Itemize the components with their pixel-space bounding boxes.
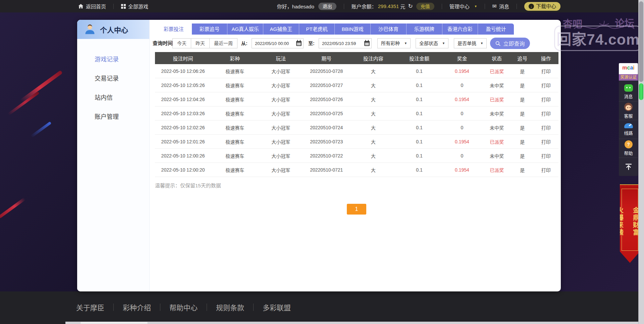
bet-amount: 0.1 [397,153,442,158]
sidebar-item-4[interactable]: 账户管理 [77,107,149,127]
tab-3[interactable]: AG真人娱乐 [227,24,263,35]
horizontal-scrollbar-track[interactable] [65,322,638,324]
print-link[interactable]: 打印 [533,152,558,159]
print-link[interactable]: 打印 [533,110,558,117]
bet-amount: 0.1 [397,125,442,130]
footer-link-4[interactable]: 规则条款 [216,302,244,312]
print-link[interactable]: 打印 [533,124,558,131]
horizontal-scrollbar-thumb[interactable] [80,322,148,324]
footer-links: 关于摩臣彩种介绍帮助中心规则条款多彩联盟 [76,302,300,312]
footer-link-5[interactable]: 多彩联盟 [263,302,291,312]
lottery-type: 极速赛车 [211,152,259,159]
quick-range-button-1[interactable]: 今天 [172,38,191,48]
print-link[interactable]: 打印 [533,167,558,173]
banner-body: 金鼎财富 火爆来袭 [620,187,640,263]
side-item-2[interactable]: 客服 [619,101,638,120]
home-label: 返回首页 [86,3,106,10]
vertical-scrollbar-thumb[interactable] [639,1,643,82]
quick-range-button-3[interactable]: 最近一周 [209,38,237,48]
search-button[interactable]: 立即查询 [490,38,530,49]
sidebar-item-1[interactable]: 游戏记录 [77,50,149,69]
scrollbar-green-indicator [639,83,643,100]
tab-10[interactable]: 盈亏统计 [478,24,514,35]
balance-unit: 元 [400,3,405,10]
calendar-icon[interactable] [296,41,302,46]
bet-time: 2022-05-10 12:05:26 [155,83,211,88]
search-icon [495,41,501,46]
footer-link-1[interactable]: 关于摩臣 [76,302,104,312]
logout-button[interactable]: 退出 [318,3,336,10]
lottery-type: 极速赛车 [211,96,259,103]
greeting-text: 你好，hadesado [277,3,314,10]
cert-badge[interactable]: 奖源认证 [619,74,638,81]
tab-2[interactable]: 彩票追号 [192,24,228,35]
column-header: 玩法 [259,55,303,62]
tab-9[interactable]: 香港六合彩 [442,24,478,35]
sidebar-header: 个人中心 [77,20,149,39]
footer-link-3[interactable]: 帮助中心 [169,302,198,312]
print-link[interactable]: 打印 [533,68,558,75]
bet-content: 大 [350,68,397,75]
promo-banner[interactable]: 金鼎财富 火爆来袭 [620,184,640,263]
tab-1[interactable]: 彩票投注 [156,24,192,35]
bet-amount: 0.1 [397,167,442,173]
side-panel-items: 消息客服线路帮助 [619,83,638,158]
filter-select-1[interactable]: 所有彩种▼ [377,38,411,48]
avatar [84,24,96,36]
back-to-top-button[interactable] [619,158,638,176]
side-item-3[interactable]: 线路 [619,120,638,139]
table-row: 2022-05-10 12:03:26极速赛车大小冠军20220510-0725… [155,106,558,121]
prize-value: 0.1954 [442,167,482,173]
prize-value: 0 [442,153,482,158]
lottery-type: 极速赛车 [211,138,259,145]
side-item-1[interactable]: 消息 [619,83,638,101]
recharge-button[interactable]: 充值 [416,3,434,10]
mcai-logo[interactable]: mcai [619,63,638,74]
side-item-label: 帮助 [624,150,633,156]
home-link[interactable]: 返回首页 [78,3,106,10]
chase-flag: 是 [511,138,533,145]
tab-4[interactable]: AG捕鱼王 [263,24,299,35]
calendar-icon[interactable] [364,41,370,46]
divider [160,304,160,311]
bet-amount: 0.1 [397,111,442,116]
tab-7[interactable]: 沙巴体育 [371,24,407,35]
side-item-4[interactable]: 帮助 [619,139,638,158]
sidebar-item-3[interactable]: 站内信 [77,88,149,107]
all-games-link[interactable]: 全部游戏 [121,3,148,10]
issue-number: 20220510-0724 [303,125,350,130]
divider [113,4,114,9]
prize-value: 0 [442,111,482,116]
quick-range-button-2[interactable]: 昨天 [191,38,210,48]
decor-streak [20,70,63,103]
date-to-field [319,38,372,48]
pagination-page-1[interactable]: 1 [347,204,366,215]
date-from-input[interactable] [252,39,303,48]
bet-records-table: 投注时间彩种玩法期号投注内容投注金额奖金状态追号操作 2022-05-10 12… [155,52,558,177]
messages-link[interactable]: ✉ 消息 [492,3,509,10]
table-row: 2022-05-10 12:02:26极速赛车大小冠军20220510-0724… [155,121,558,135]
chevron-down-icon: ▼ [404,39,407,48]
sidebar-item-2[interactable]: 交易记录 [77,69,149,88]
column-header: 操作 [533,55,558,62]
print-link[interactable]: 打印 [533,96,558,103]
filter-select-3[interactable]: 是否单挑▼ [454,38,487,48]
bet-content: 大 [350,152,397,159]
tab-8[interactable]: 乐游棋牌 [407,24,442,35]
logo-letter: m [622,65,627,71]
filter-select-2[interactable]: 全部状态▼ [416,38,448,48]
footer: 关于摩臣彩种介绍帮助中心规则条款多彩联盟 [0,291,644,324]
admin-center-menu[interactable]: 管理中心 ▼ [449,3,477,10]
tab-5[interactable]: PT老虎机 [299,24,335,35]
footer-link-2[interactable]: 彩种介绍 [123,302,151,312]
print-link[interactable]: 打印 [533,82,558,89]
refresh-icon[interactable]: ↻ [408,3,413,10]
download-center-button[interactable]: ↓ 下载中心 [524,2,560,11]
tab-6[interactable]: BBIN游戏 [335,24,371,35]
divider [442,4,442,9]
date-from-field [252,38,304,48]
table-row: 2022-05-10 12:06:26极速赛车大小冠军20220510-0728… [155,64,558,78]
date-to-input[interactable] [319,39,371,48]
lottery-type: 极速赛车 [211,110,259,117]
print-link[interactable]: 打印 [533,138,558,145]
